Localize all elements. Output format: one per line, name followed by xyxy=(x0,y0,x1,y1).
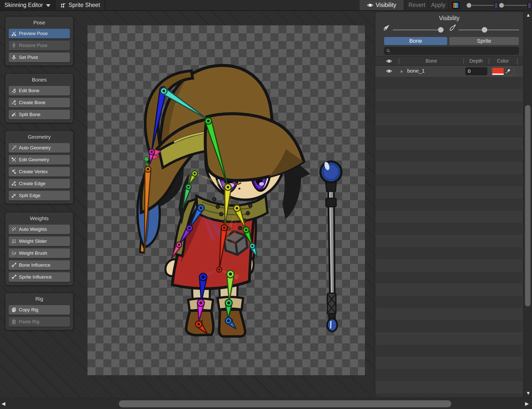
weight-slider-button[interactable]: Weight Slider xyxy=(8,236,70,246)
horizontal-scrollbar[interactable]: ◀ ▶ xyxy=(0,398,532,409)
create-edge-icon xyxy=(11,181,17,186)
preview-pose-button[interactable]: Preview Pose xyxy=(8,29,70,39)
column-bone[interactable]: Bone xyxy=(399,58,463,64)
weight-slider-icon xyxy=(11,239,17,244)
scroll-down-icon[interactable]: ▼ xyxy=(526,391,531,396)
bone-opacity-icon xyxy=(383,24,390,32)
create-bone-icon xyxy=(11,100,17,105)
group-title: Geometry xyxy=(8,134,70,140)
horizontal-scrollbar-thumb[interactable] xyxy=(119,400,451,407)
split-edge-button[interactable]: Split Edge xyxy=(8,191,70,201)
weights-group: Weights Auto Weights Weight Slider Weigh… xyxy=(5,212,74,286)
eye-icon xyxy=(367,3,373,8)
bone-influence-icon xyxy=(11,262,17,268)
create-edge-button[interactable]: Create Edge xyxy=(8,179,70,189)
group-title: Bones xyxy=(8,77,70,83)
auto-weights-icon xyxy=(11,227,17,232)
bone-opacity-handle[interactable] xyxy=(438,27,443,33)
visibility-panel: Visibility Bone Sprite Bone Depth Color xyxy=(375,11,523,397)
bone-row[interactable]: bone_1 xyxy=(375,66,523,77)
tab-bone[interactable]: Bone xyxy=(384,37,447,45)
column-color[interactable]: Color xyxy=(489,58,517,64)
copy-rig-button[interactable]: Copy Rig xyxy=(8,305,70,315)
sprite-influence-button[interactable]: Sprite Influence xyxy=(8,272,70,282)
set-pivot-icon xyxy=(11,55,17,60)
visibility-label: Visibility xyxy=(376,2,396,8)
vertical-scrollbar-thumb[interactable] xyxy=(525,105,531,306)
split-bone-icon xyxy=(11,112,17,117)
expand-caret-icon[interactable] xyxy=(400,69,404,75)
mesh-opacity-track[interactable] xyxy=(504,5,527,6)
sprite-opacity-slider[interactable] xyxy=(458,30,519,30)
tab-sprite[interactable]: Sprite xyxy=(449,37,519,45)
bone-influence-button[interactable]: Bone Influence xyxy=(8,260,70,270)
bone-color-swatch[interactable] xyxy=(492,68,504,75)
depth-input[interactable] xyxy=(465,67,487,75)
group-title: Pose xyxy=(8,20,70,26)
paste-rig-icon xyxy=(11,319,17,325)
weight-brush-button[interactable]: Weight Brush xyxy=(8,248,70,258)
restore-pose-button[interactable]: Restore Pose xyxy=(8,41,70,50)
auto-geometry-button[interactable]: Auto Geometry xyxy=(8,143,70,153)
sprite-opacity-handle[interactable] xyxy=(482,27,487,33)
sprite-canvas[interactable] xyxy=(88,25,365,375)
edit-bone-icon xyxy=(11,88,17,93)
eyedropper-icon[interactable] xyxy=(505,69,511,74)
group-title: Weights xyxy=(8,215,70,221)
scroll-right-icon[interactable]: ▶ xyxy=(525,401,529,406)
group-title: Rig xyxy=(8,296,70,302)
bone-color-widget[interactable] xyxy=(491,67,514,76)
visibility-column-eye-icon[interactable] xyxy=(386,59,392,65)
edit-bone-button[interactable]: Edit Bone xyxy=(8,86,70,96)
bone-opacity-slider[interactable] xyxy=(393,30,444,30)
bone-list-empty-rows xyxy=(376,77,523,397)
toolbar-divider xyxy=(405,0,405,10)
create-vertex-icon xyxy=(11,169,17,174)
weight-brush-icon xyxy=(11,250,17,256)
sprite-color-chip[interactable] xyxy=(452,2,459,9)
toolbar-divider xyxy=(448,0,449,10)
sprite-opacity-icon xyxy=(449,24,456,32)
restore-pose-icon xyxy=(11,43,17,48)
sprite-sheet-opacity-handle[interactable] xyxy=(467,3,471,8)
bone-visibility-eye-icon[interactable] xyxy=(386,69,392,75)
visibility-toggle-button[interactable]: Visibility xyxy=(360,0,403,10)
auto-geometry-icon xyxy=(11,145,17,151)
sprite-sheet-opacity-icon xyxy=(494,2,498,9)
create-vertex-button[interactable]: Create Vertex xyxy=(8,167,70,177)
mesh-opacity-icon xyxy=(528,2,531,9)
scroll-up-icon[interactable]: ▲ xyxy=(526,12,531,17)
split-edge-icon xyxy=(11,193,17,198)
copy-rig-icon xyxy=(11,307,17,313)
pose-group: Pose Preview Pose Restore Pose Set Pivot xyxy=(5,16,74,66)
revert-button[interactable]: Revert xyxy=(406,0,428,10)
edit-geometry-icon xyxy=(11,157,17,163)
split-bone-button[interactable]: Split Bone xyxy=(8,110,70,120)
search-box xyxy=(384,47,519,55)
search-input[interactable] xyxy=(393,48,517,54)
paste-rig-button[interactable]: Paste Rig xyxy=(8,317,70,327)
column-depth[interactable]: Depth xyxy=(464,58,488,64)
toolbar-divider xyxy=(428,0,429,10)
create-bone-button[interactable]: Create Bone xyxy=(8,98,70,108)
bone-name: bone_1 xyxy=(407,68,425,74)
auto-weights-button[interactable]: Auto Weights xyxy=(8,224,70,234)
bone-table-header: Bone Depth Color xyxy=(375,56,523,66)
vertical-scrollbar[interactable]: ▲ ▼ xyxy=(523,11,532,398)
bones-group: Bones Edit Bone Create Bone Split Bone xyxy=(5,73,74,123)
preview-pose-icon xyxy=(11,31,17,36)
top-toolbar: Skinning Editor Sprite Sheet Visibility xyxy=(0,0,532,11)
geometry-group: Geometry Auto Geometry Edit Geometry Cre… xyxy=(5,130,74,204)
sprite-influence-icon xyxy=(11,274,17,280)
sprite-sheet-opacity-track[interactable] xyxy=(472,5,494,6)
scroll-left-icon[interactable]: ◀ xyxy=(1,401,5,406)
rig-group: Rig Copy Rig Paste Rig xyxy=(5,292,74,330)
edit-geometry-button[interactable]: Edit Geometry xyxy=(8,155,70,165)
search-icon xyxy=(386,49,391,53)
mesh-opacity-handle[interactable] xyxy=(499,3,504,8)
apply-button[interactable]: Apply xyxy=(429,0,447,10)
set-pivot-button[interactable]: Set Pivot xyxy=(8,52,70,62)
visibility-panel-title: Visibility xyxy=(375,15,523,22)
